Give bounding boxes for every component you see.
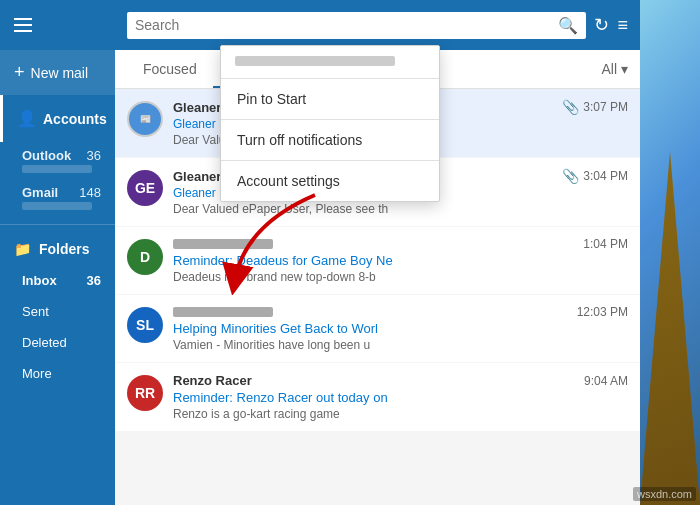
sidebar-divider — [0, 224, 115, 225]
plus-icon: + — [14, 62, 25, 83]
search-bar: 🔍 ↻ ≡ — [115, 0, 640, 50]
outlook-account[interactable]: Outlook 36 — [0, 142, 115, 179]
search-input-wrapper[interactable]: 🔍 — [127, 12, 586, 39]
account-settings-item[interactable]: Account settings — [221, 161, 439, 201]
outlook-account-name: Outlook — [22, 148, 71, 163]
email-preview: Vamien - Minorities have long been u — [173, 338, 628, 352]
email-subject: Reminder: Deadeus for Game Boy Ne — [173, 253, 628, 268]
new-mail-button[interactable]: + New mail — [0, 50, 115, 95]
email-time: 3:07 PM — [583, 100, 628, 114]
context-menu-header — [221, 46, 439, 78]
sent-label: Sent — [22, 304, 49, 319]
refresh-icon[interactable]: ↻ — [594, 14, 609, 36]
inbox-label: Inbox — [22, 273, 57, 288]
email-subject: Reminder: Renzo Racer out today on — [173, 390, 628, 405]
sender-blur — [173, 307, 273, 317]
folders-section[interactable]: 📁 Folders — [0, 233, 115, 265]
sidebar-header — [0, 0, 115, 50]
search-icon[interactable]: 🔍 — [558, 16, 578, 35]
inbox-folder[interactable]: Inbox 36 — [0, 265, 115, 296]
accounts-section[interactable]: 👤 Accounts — [0, 95, 115, 142]
sent-folder[interactable]: Sent — [0, 296, 115, 327]
avatar: RR — [127, 375, 163, 411]
mountain-decoration — [640, 152, 700, 506]
gmail-account[interactable]: Gmail 148 — [0, 179, 115, 216]
hamburger-menu-button[interactable] — [14, 18, 32, 32]
chevron-down-icon: ▾ — [621, 61, 628, 77]
tab-all[interactable]: All ▾ — [601, 61, 628, 77]
watermark: wsxdn.com — [633, 487, 696, 501]
turn-off-notifications-item[interactable]: Turn off notifications — [221, 120, 439, 160]
deleted-label: Deleted — [22, 335, 67, 350]
context-menu: Pin to Start Turn off notifications Acco… — [220, 45, 440, 202]
email-preview: Dear Valued ePaper User, Please see th — [173, 202, 628, 216]
filter-icon[interactable]: ≡ — [617, 15, 628, 36]
email-time: 9:04 AM — [584, 374, 628, 388]
email-item[interactable]: D 1:04 PM Reminder: Deadeus for Game Boy… — [115, 227, 640, 294]
email-sender: Renzo Racer — [173, 373, 252, 388]
search-input[interactable] — [135, 17, 558, 33]
outlook-email-blur — [22, 165, 92, 173]
email-item[interactable]: SL 12:03 PM Helping Minorities Get Back … — [115, 295, 640, 362]
email-content: Renzo Racer 9:04 AM Reminder: Renzo Race… — [173, 373, 628, 421]
avatar: GE — [127, 170, 163, 206]
email-content: 1:04 PM Reminder: Deadeus for Game Boy N… — [173, 237, 628, 284]
context-menu-email-blur — [235, 56, 395, 66]
attachment-icon: 📎 — [562, 168, 579, 184]
email-item[interactable]: RR Renzo Racer 9:04 AM Reminder: Renzo R… — [115, 363, 640, 431]
avatar: SL — [127, 307, 163, 343]
gmail-account-count: 148 — [79, 185, 101, 200]
outlook-account-count: 36 — [87, 148, 101, 163]
deleted-folder[interactable]: Deleted — [0, 327, 115, 358]
tab-focused[interactable]: Focused — [127, 51, 213, 87]
email-subject: Helping Minorities Get Back to Worl — [173, 321, 628, 336]
more-folder[interactable]: More — [0, 358, 115, 389]
inbox-count: 36 — [87, 273, 101, 288]
avatar: 📰 — [127, 101, 163, 137]
folders-label: Folders — [39, 241, 90, 257]
accounts-label: Accounts — [43, 111, 107, 127]
main-content: 🔍 ↻ ≡ Focused Other All ▾ 📰 — [115, 0, 640, 505]
folder-icon: 📁 — [14, 241, 31, 257]
email-content: 12:03 PM Helping Minorities Get Back to … — [173, 305, 628, 352]
sidebar: + New mail 👤 Accounts Outlook 36 Gmail 1… — [0, 0, 115, 505]
pin-to-start-item[interactable]: Pin to Start — [221, 79, 439, 119]
attachment-icon: 📎 — [562, 99, 579, 115]
person-icon: 👤 — [17, 109, 37, 128]
right-background: wsxdn.com — [640, 0, 700, 505]
email-preview: Deadeus is a brand new top-down 8-b — [173, 270, 628, 284]
gmail-account-name: Gmail — [22, 185, 58, 200]
gmail-email-blur — [22, 202, 92, 210]
sender-blur — [173, 239, 273, 249]
email-time: 1:04 PM — [583, 237, 628, 251]
email-preview: Renzo is a go-kart racing game — [173, 407, 628, 421]
email-time: 3:04 PM — [583, 169, 628, 183]
avatar: D — [127, 239, 163, 275]
more-label: More — [22, 366, 52, 381]
new-mail-label: New mail — [31, 65, 89, 81]
email-time: 12:03 PM — [577, 305, 628, 319]
